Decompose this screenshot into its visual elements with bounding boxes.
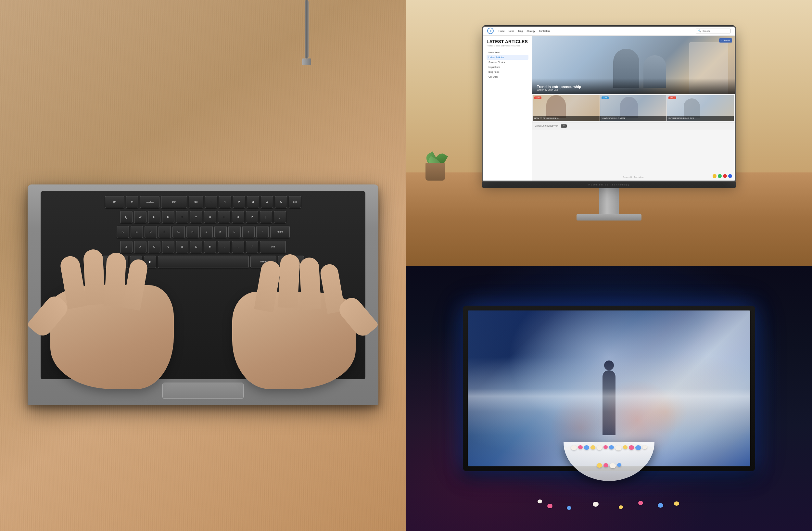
key-ctrl[interactable]: ctrl	[105, 196, 125, 208]
nav-search[interactable]: 🔍	[696, 29, 731, 33]
monitor-panel: ⊕ Home News Blog Strategy Contact us 🔍	[406, 0, 812, 266]
left-finger-3	[104, 252, 127, 307]
featured-byline: Written by Brian Dale	[537, 89, 730, 91]
pop-piece	[571, 445, 577, 450]
featured-overlay: Trend in entrepreneurship Written by Bri…	[532, 78, 735, 94]
nav-link-blog[interactable]: Blog	[518, 30, 523, 32]
key-5[interactable]: 5	[275, 196, 287, 208]
pop-piece	[591, 445, 595, 449]
control-dot-red	[723, 174, 727, 178]
scatter-piece	[593, 502, 599, 507]
nav-link-news[interactable]: News	[509, 30, 514, 32]
thumb-badge-3: STYLE	[668, 97, 676, 99]
share-badge[interactable]: ⬆ SHARE	[719, 38, 732, 43]
key-2[interactable]: 2	[233, 196, 245, 208]
sidebar-item-latest[interactable]: Latest Articles	[487, 55, 528, 60]
scatter-piece	[547, 504, 552, 508]
sidebar-item-success[interactable]: Success Stories	[487, 60, 528, 65]
share-label: SHARE	[723, 39, 730, 41]
scatter-piece	[619, 505, 623, 509]
popcorn-pieces	[564, 444, 654, 481]
article-thumb-2[interactable]: CONF 10 WAYS TO BUILD A MAP	[600, 95, 667, 121]
page-subtitle: The latest news and trends in business	[487, 45, 528, 47]
right-finger-2	[278, 254, 301, 308]
share-icon: ⬆	[721, 39, 723, 42]
left-finger-2	[83, 249, 105, 305]
scatter-piece	[538, 500, 542, 503]
thumb-badge-1: CONF	[534, 97, 541, 99]
monitor-bezel: Powered by Technology	[482, 181, 736, 188]
key-shift-left[interactable]: shift	[161, 196, 187, 208]
sidebar-item-story[interactable]: Our Story	[487, 74, 528, 79]
control-dot-blue	[728, 174, 732, 178]
tv-wrapper	[463, 306, 755, 471]
key-4[interactable]: 4	[261, 196, 273, 208]
thumb-overlay-3: ENTREPRENEURSHIP TIPS	[667, 116, 734, 121]
website-nav: ⊕ Home News Blog Strategy Contact us 🔍	[483, 27, 735, 36]
laptop-container: ctrl fn caps lock shift tab ~ 1 2 3 4 5 …	[16, 152, 390, 405]
monitor-controls	[713, 174, 732, 178]
plant-container	[425, 163, 445, 180]
control-dot-yellow	[713, 174, 716, 178]
article-thumbs: CONF HOW TO BE SUCCESSFUL CONF	[532, 94, 735, 122]
key-tilde[interactable]: ~	[205, 196, 217, 208]
person-thumb-3	[684, 99, 700, 118]
right-finger-3	[299, 257, 321, 310]
key-caps[interactable]: caps lock	[140, 196, 159, 208]
nav-link-strategy[interactable]: Strategy	[526, 30, 535, 32]
pop-piece	[604, 463, 608, 467]
nav-logo: ⊕	[487, 28, 494, 34]
newsletter-button[interactable]: ▼	[561, 124, 567, 128]
nav-link-home[interactable]: Home	[498, 30, 505, 32]
plant-pot	[425, 163, 445, 180]
pop-piece	[604, 445, 608, 449]
article-thumb-3[interactable]: STYLE ENTREPRENEURSHIP TIPS	[667, 95, 734, 121]
thumb-title-3: ENTREPRENEURSHIP TIPS	[668, 117, 733, 120]
website-sidebar: LATEST ARTICLES The latest news and tren…	[483, 36, 532, 180]
scatter-piece	[638, 501, 643, 505]
scattered-popcorn	[528, 486, 690, 512]
key-3[interactable]: 3	[247, 196, 259, 208]
powered-by: Powered by Technology	[623, 176, 644, 178]
monitor-stand-neck	[599, 188, 619, 214]
tv-set	[463, 306, 755, 471]
key-esc[interactable]: esc	[289, 196, 301, 208]
newsletter-bar: JOIN OUR NEWSLETTER ▼	[532, 122, 735, 130]
laptop-panel: ctrl fn caps lock shift tab ~ 1 2 3 4 5 …	[0, 0, 406, 531]
article-thumb-1[interactable]: CONF HOW TO BE SUCCESSFUL	[533, 95, 599, 121]
pop-piece	[615, 445, 622, 451]
scatter-piece	[658, 503, 663, 507]
newsletter-text: JOIN OUR NEWSLETTER	[535, 125, 558, 127]
key-tab[interactable]: tab	[189, 196, 203, 208]
page-title: LATEST ARTICLES	[487, 39, 528, 44]
pop-piece	[642, 445, 647, 449]
control-dot-green	[718, 174, 722, 178]
popcorn-wrapper	[564, 442, 654, 481]
key-fn[interactable]: fn	[126, 196, 139, 208]
pop-piece	[584, 445, 589, 450]
sidebar-item-inspirations[interactable]: Inspirations	[487, 65, 528, 70]
popcorn-bowl	[564, 442, 654, 481]
pop-piece	[597, 463, 602, 468]
pop-piece	[629, 445, 634, 450]
nav-link-contact[interactable]: Contact us	[539, 30, 550, 32]
scatter-piece	[674, 501, 679, 506]
person-thumb-1	[546, 95, 566, 118]
search-input[interactable]	[702, 30, 728, 32]
key-row-function: ctrl fn caps lock shift tab ~ 1 2 3 4 5 …	[45, 196, 361, 208]
key-1[interactable]: 1	[219, 196, 231, 208]
thumb-title-2: 10 WAYS TO BUILD A MAP	[601, 117, 666, 120]
monitor-wrapper: ⊕ Home News Blog Strategy Contact us 🔍	[482, 26, 736, 221]
pop-piece	[635, 445, 641, 450]
featured-article[interactable]: Trend in entrepreneurship Written by Bri…	[532, 36, 735, 94]
hands-overlay	[24, 210, 382, 389]
sidebar-item-news-feed[interactable]: News Feed	[487, 50, 528, 55]
search-icon: 🔍	[698, 30, 701, 32]
pop-piece	[597, 445, 602, 450]
monitor-screen: ⊕ Home News Blog Strategy Contact us 🔍	[482, 26, 736, 181]
sidebar-item-blog[interactable]: Blog Posts	[487, 70, 528, 74]
thumb-overlay-2: 10 WAYS TO BUILD A MAP	[600, 116, 667, 121]
sidebar-menu: News Feed Latest Articles Success Storie…	[487, 50, 528, 79]
right-hand	[213, 253, 375, 389]
main-grid: ctrl fn caps lock shift tab ~ 1 2 3 4 5 …	[0, 0, 812, 531]
